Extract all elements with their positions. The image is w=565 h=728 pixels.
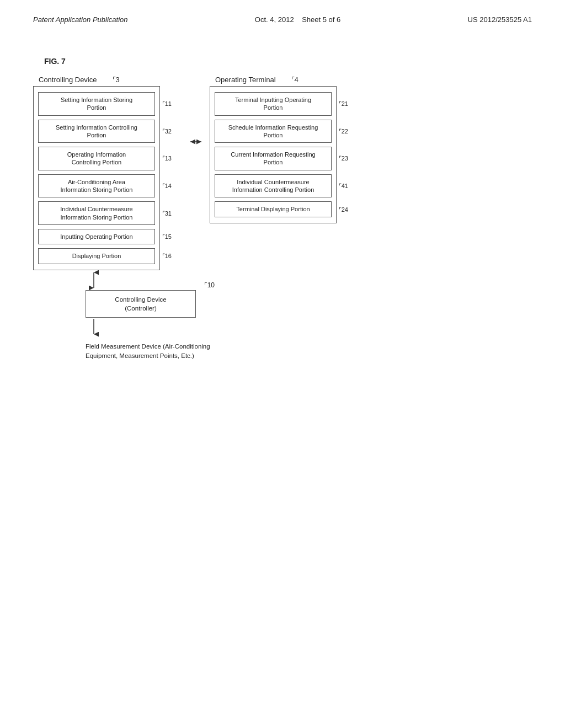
- cd-box-14: Air-Conditioning AreaInformation Storing…: [38, 174, 155, 198]
- setting-info-storing: Setting Information StoringPortion: [38, 92, 155, 116]
- up-arrow-svg: [86, 270, 102, 290]
- air-conditioning-area: Air-Conditioning AreaInformation Storing…: [38, 174, 155, 198]
- operating-terminal-column: Operating Terminal ⌜4 Terminal Inputting…: [210, 76, 337, 223]
- bidirectional-arrow-svg: [188, 136, 204, 147]
- sheet: Sheet 5 of 6: [302, 15, 340, 24]
- setting-info-controlling: Setting Information ControllingPortion: [38, 120, 155, 143]
- caption-line2: Equipment, Measurement Points, Etc.): [86, 352, 194, 359]
- date: Oct. 4, 2012: [255, 15, 294, 24]
- ot-box-24: Terminal Displaying Portion ⌜24: [215, 201, 332, 217]
- ref-14: ⌜14: [162, 183, 172, 190]
- schedule-info-requesting: Schedule Information RequestingPortion: [215, 120, 332, 143]
- ref-16: ⌜16: [162, 253, 172, 260]
- controlling-device-ref: ⌜3: [113, 76, 120, 84]
- date-sheet: Oct. 4, 2012 Sheet 5 of 6: [255, 15, 340, 24]
- inputting-operating: Inputting Operating Portion: [38, 229, 155, 244]
- down-arrow-svg: [86, 318, 102, 338]
- bottom-section: ⌜10 Controlling Device(Controller) Field…: [86, 270, 532, 361]
- arrow-connector: [188, 136, 204, 147]
- ot-box-23: Current Information RequestingPortion ⌜2…: [215, 147, 332, 170]
- ref-22: ⌜22: [339, 127, 348, 135]
- caption: Field Measurement Device (Air-Conditioni…: [86, 342, 210, 361]
- ref-31: ⌜31: [162, 210, 172, 217]
- controller-ref: ⌜10: [204, 281, 215, 289]
- current-info-requesting: Current Information RequestingPortion: [215, 147, 332, 170]
- cd-box-32: Setting Information ControllingPortion ⌜…: [38, 120, 155, 143]
- cd-box-31: Individual CountermeasureInformation Sto…: [38, 201, 155, 225]
- cd-box-15: Inputting Operating Portion ⌜15: [38, 229, 155, 244]
- controller-text: Controlling Device(Controller): [115, 296, 166, 312]
- caption-line1: Field Measurement Device (Air-Conditioni…: [86, 343, 210, 350]
- controller-box: Controlling Device(Controller): [86, 290, 196, 318]
- controlling-device-outer-box: Setting Information StoringPortion ⌜11 S…: [33, 86, 160, 270]
- ot-box-22: Schedule Information RequestingPortion ⌜…: [215, 120, 332, 143]
- operating-terminal-outer-box: Terminal Inputting OperatingPortion ⌜21 …: [210, 86, 337, 223]
- ref-11: ⌜11: [162, 100, 172, 108]
- columns-row: Controlling Device ⌜3 Setting Informatio…: [33, 76, 532, 270]
- controller-ref-wrapper: ⌜10 Controlling Device(Controller): [86, 290, 196, 318]
- controlling-device-column: Controlling Device ⌜3 Setting Informatio…: [33, 76, 160, 270]
- cd-box-13: Operating InformationControlling Portion…: [38, 147, 155, 170]
- cd-box-16: Displaying Portion ⌜16: [38, 248, 155, 264]
- controlling-device-label: Controlling Device: [39, 76, 97, 84]
- cd-box-11: Setting Information StoringPortion ⌜11: [38, 92, 155, 116]
- terminal-displaying: Terminal Displaying Portion: [215, 201, 332, 217]
- operating-terminal-ref: ⌜4: [291, 76, 299, 84]
- ref-23: ⌜23: [339, 155, 348, 162]
- operating-info-controlling: Operating InformationControlling Portion: [38, 147, 155, 170]
- terminal-inputting-operating: Terminal Inputting OperatingPortion: [215, 92, 332, 116]
- operating-terminal-label: Operating Terminal: [215, 76, 276, 84]
- displaying-portion: Displaying Portion: [38, 248, 155, 264]
- patent-number: US 2012/253525 A1: [468, 15, 532, 24]
- ot-box-41: Individual CountermeasureInformation Con…: [215, 174, 332, 198]
- main-content: FIG. 7 Controlling Device ⌜3 Setting Inf…: [0, 24, 565, 361]
- ref-13: ⌜13: [162, 155, 172, 162]
- ot-box-21: Terminal Inputting OperatingPortion ⌜21: [215, 92, 332, 116]
- publication-label: Patent Application Publication: [33, 15, 128, 24]
- ref-15: ⌜15: [162, 233, 172, 240]
- ref-21: ⌜21: [339, 100, 348, 108]
- individual-countermeasure-controlling: Individual CountermeasureInformation Con…: [215, 174, 332, 198]
- ref-32: ⌜32: [162, 127, 172, 135]
- figure-label: FIG. 7: [44, 57, 532, 66]
- diagram-wrapper: Controlling Device ⌜3 Setting Informatio…: [33, 76, 532, 361]
- individual-countermeasure-storing: Individual CountermeasureInformation Sto…: [38, 201, 155, 225]
- page-header: Patent Application Publication Oct. 4, 2…: [0, 0, 565, 24]
- ref-24: ⌜24: [339, 206, 348, 213]
- ref-41: ⌜41: [339, 183, 348, 190]
